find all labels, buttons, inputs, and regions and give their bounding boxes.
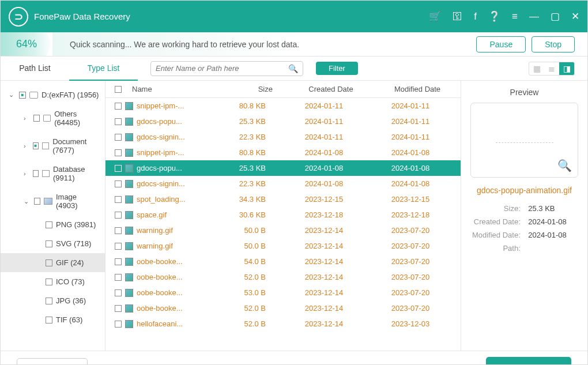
- table-row[interactable]: oobe-booke...53.0 B2023-12-142023-07-20: [105, 285, 461, 300]
- pause-button[interactable]: Pause: [476, 36, 526, 52]
- cell-created: 2023-12-14: [281, 273, 367, 281]
- row-checkbox[interactable]: [115, 212, 122, 219]
- row-checkbox[interactable]: [115, 274, 122, 281]
- row-checkbox[interactable]: [115, 321, 122, 328]
- tree-node-others[interactable]: › Others (64485): [1, 104, 105, 132]
- chevron-right-icon[interactable]: ›: [24, 170, 29, 177]
- back-button[interactable]: Back: [17, 358, 88, 365]
- tree-node-svg[interactable]: SVG (718): [1, 234, 105, 253]
- row-checkbox[interactable]: [115, 258, 122, 265]
- row-checkbox[interactable]: [115, 196, 122, 203]
- tab-type-list[interactable]: Type List: [69, 57, 138, 81]
- cell-modified: 2023-07-20: [367, 242, 454, 250]
- table-row[interactable]: gdocs-signin...22.3 KB2024-01-112024-01-…: [105, 129, 461, 145]
- table-row[interactable]: snippet-ipm-...80.8 KB2024-01-082024-01-…: [105, 145, 461, 160]
- row-checkbox[interactable]: [115, 103, 122, 110]
- table-row[interactable]: gdocs-signin...22.3 KB2024-01-082024-01-…: [105, 176, 461, 191]
- tree-node-database[interactable]: › Database (9911): [1, 160, 105, 187]
- view-list-icon[interactable]: ≣: [544, 62, 559, 75]
- value-created: 2024-01-08: [522, 217, 577, 226]
- table-row[interactable]: gdocs-popu...25.3 KB2024-01-112024-01-11: [105, 114, 461, 129]
- checkbox[interactable]: [46, 240, 52, 247]
- maximize-icon[interactable]: ▢: [551, 10, 560, 22]
- checkbox[interactable]: [46, 259, 52, 266]
- document-icon: [42, 142, 49, 149]
- chevron-down-icon[interactable]: ⌄: [9, 91, 16, 99]
- preview-thumbnail[interactable]: 🔍: [470, 103, 578, 178]
- search-input-wrap[interactable]: 🔍: [150, 61, 303, 76]
- tree-node-png[interactable]: PNG (3981): [1, 215, 105, 234]
- chevron-right-icon[interactable]: ›: [24, 115, 30, 122]
- cell-name: gdocs-signin...: [137, 179, 212, 188]
- tree-node-tif[interactable]: TIF (63): [1, 310, 105, 329]
- row-checkbox[interactable]: [115, 289, 122, 296]
- tree-node-document[interactable]: › Document (7677): [1, 132, 105, 160]
- tree-node-ico[interactable]: ICO (73): [1, 272, 105, 291]
- tree-node-image[interactable]: ⌄ Image (4903): [1, 187, 105, 215]
- col-modified[interactable]: Modified Date: [374, 85, 461, 93]
- cell-name: hellofaceani...: [137, 319, 212, 328]
- table-row[interactable]: spot_loading...34.3 KB2023-12-152023-12-…: [105, 191, 461, 207]
- col-size[interactable]: Size: [218, 85, 288, 93]
- checkbox[interactable]: [46, 317, 52, 323]
- tree-label: PNG (3981): [56, 220, 96, 229]
- row-checkbox[interactable]: [115, 165, 122, 172]
- table-row[interactable]: oobe-booke...54.0 B2023-12-142023-07-20: [105, 254, 461, 269]
- table-row[interactable]: oobe-booke...52.0 B2023-12-142023-07-20: [105, 300, 461, 316]
- checkbox[interactable]: [46, 298, 52, 304]
- tab-path-list[interactable]: Path List: [1, 57, 69, 81]
- minimize-icon[interactable]: —: [529, 11, 539, 22]
- help-icon[interactable]: ❔: [488, 10, 500, 22]
- menu-icon[interactable]: ≡: [512, 11, 518, 22]
- table-row[interactable]: space.gif30.6 KB2023-12-182023-12-18: [105, 207, 461, 223]
- key-icon[interactable]: ⚿: [453, 11, 462, 22]
- row-checkbox[interactable]: [115, 134, 122, 141]
- table-row[interactable]: snippet-ipm-...80.8 KB2024-01-112024-01-…: [105, 98, 461, 114]
- zoom-icon[interactable]: 🔍: [557, 159, 572, 172]
- filter-button[interactable]: Filter: [316, 62, 358, 75]
- close-icon[interactable]: ✕: [571, 10, 579, 22]
- search-icon[interactable]: 🔍: [288, 64, 298, 73]
- checkbox[interactable]: [19, 92, 26, 99]
- row-checkbox[interactable]: [115, 118, 122, 125]
- cell-size: 22.3 KB: [212, 133, 281, 141]
- row-checkbox[interactable]: [115, 149, 122, 156]
- value-modified: 2024-01-08: [522, 231, 577, 239]
- footer: Back Selected 7676 items/155 MB Recover: [1, 351, 587, 365]
- view-grid-icon[interactable]: ▦: [529, 62, 544, 75]
- col-name[interactable]: Name: [132, 85, 218, 93]
- row-checkbox[interactable]: [115, 180, 122, 187]
- chevron-right-icon[interactable]: ›: [24, 142, 29, 149]
- cell-name: oobe-booke...: [137, 288, 212, 297]
- table-row[interactable]: warning.gif50.0 B2023-12-142023-07-20: [105, 238, 461, 254]
- select-all-checkbox[interactable]: [115, 86, 122, 93]
- file-thumb-icon: [125, 102, 133, 110]
- search-input[interactable]: [156, 64, 288, 73]
- chevron-down-icon[interactable]: ⌄: [24, 198, 31, 205]
- cell-created: 2023-12-18: [281, 210, 367, 219]
- checkbox[interactable]: [46, 221, 52, 228]
- checkbox[interactable]: [46, 279, 52, 285]
- view-detail-icon[interactable]: ◨: [559, 62, 574, 75]
- checkbox[interactable]: [33, 115, 40, 122]
- stop-button[interactable]: Stop: [532, 36, 575, 52]
- tree-label: Image (4903): [56, 193, 99, 210]
- checkbox[interactable]: [33, 170, 39, 177]
- table-row[interactable]: hellofaceani...52.0 B2023-12-142023-12-0…: [105, 316, 461, 332]
- checkbox[interactable]: [34, 198, 41, 205]
- tree-node-gif[interactable]: GIF (24): [1, 253, 105, 272]
- checkbox[interactable]: [33, 142, 39, 149]
- row-checkbox[interactable]: [115, 227, 122, 234]
- table-row[interactable]: warning.gif50.0 B2023-12-142023-07-20: [105, 223, 461, 238]
- facebook-icon[interactable]: f: [474, 11, 477, 22]
- tree-node-jpg[interactable]: JPG (36): [1, 291, 105, 310]
- table-row[interactable]: gdocs-popu...25.3 KB2024-01-082024-01-08: [105, 160, 461, 176]
- row-checkbox[interactable]: [115, 305, 122, 312]
- cart-icon[interactable]: 🛒: [429, 10, 441, 22]
- recover-button[interactable]: Recover: [486, 357, 571, 366]
- row-checkbox[interactable]: [115, 243, 122, 250]
- cell-created: 2024-01-08: [281, 164, 367, 172]
- table-row[interactable]: oobe-booke...52.0 B2023-12-142023-07-20: [105, 269, 461, 285]
- tree-root[interactable]: ⌄ D:(exFAT) (1956): [1, 85, 105, 104]
- col-created[interactable]: Created Date: [288, 85, 374, 93]
